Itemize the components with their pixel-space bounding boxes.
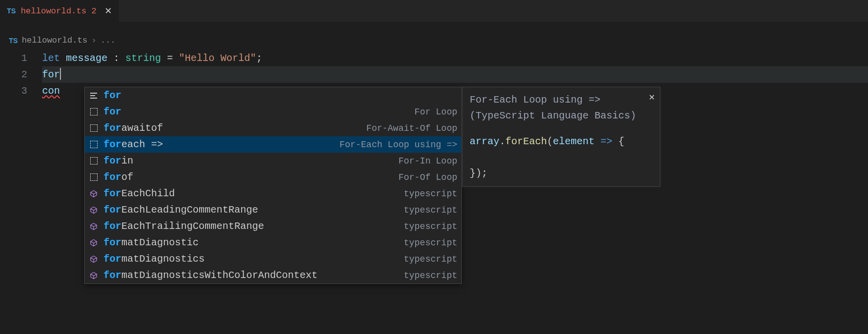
- suggestion-label: forin: [104, 155, 393, 167]
- function-icon: [89, 271, 99, 280]
- breadcrumb-filename: helloworld.ts: [22, 36, 88, 45]
- suggestion-description: For-Of Loop: [398, 172, 457, 182]
- typescript-icon: TS: [9, 37, 18, 45]
- suggestion-item[interactable]: forEachLeadingCommentRangetypescript: [85, 202, 461, 218]
- suggestion-label: for: [104, 106, 410, 117]
- suggestion-detail-code: array.forEach(element => { });: [470, 134, 653, 181]
- function-icon: [89, 189, 99, 199]
- suggestion-description: For Loop: [415, 107, 457, 117]
- suggestion-item[interactable]: for: [85, 87, 461, 104]
- suggestion-label: formatDiagnostic: [104, 237, 399, 248]
- suggestion-item[interactable]: formatDiagnosticsWithColorAndContexttype…: [85, 267, 461, 283]
- chevron-right-icon: ›: [92, 36, 97, 45]
- function-icon: [89, 205, 99, 215]
- line-number-gutter: 1 2 3: [0, 50, 42, 99]
- intellisense-popup[interactable]: forforFor LoopforawaitofFor-Await-Of Loo…: [84, 87, 462, 284]
- suggestion-item[interactable]: forFor Loop: [85, 104, 461, 120]
- line-number: 1: [0, 50, 27, 66]
- suggestion-item[interactable]: forawaitofFor-Await-Of Loop: [85, 120, 461, 136]
- text-cursor: [60, 68, 61, 80]
- line-number: 2: [0, 66, 27, 83]
- line-number: 3: [0, 83, 27, 99]
- close-icon[interactable]: ✕: [105, 5, 112, 16]
- suggestion-item[interactable]: forinFor-In Loop: [85, 153, 461, 169]
- suggestion-label: formatDiagnosticsWithColorAndContext: [104, 270, 399, 281]
- suggestion-label: for: [104, 90, 457, 101]
- suggestion-detail-popup: ✕ For-Each Loop using => (TypeScript Lan…: [462, 87, 660, 187]
- tab-problems-badge: 2: [92, 6, 97, 16]
- suggestion-label: forEachChild: [104, 188, 399, 199]
- keyword-icon: [89, 91, 99, 101]
- svg-rect-2: [90, 98, 97, 99]
- suggestion-item[interactable]: foreach =>For-Each Loop using =>: [85, 136, 461, 153]
- breadcrumb-more: ...: [101, 36, 116, 45]
- tab-bar: TS helloworld.ts 2 ✕: [0, 0, 868, 22]
- breadcrumb[interactable]: TS helloworld.ts › ...: [0, 32, 868, 49]
- suggestion-label: foreach =>: [104, 139, 334, 150]
- typescript-icon: TS: [7, 7, 16, 15]
- editor-tab[interactable]: TS helloworld.ts 2 ✕: [0, 0, 119, 22]
- close-icon[interactable]: ✕: [649, 91, 655, 104]
- suggestion-detail-title: For-Each Loop using => (TypeScript Langu…: [470, 92, 653, 124]
- function-icon: [89, 222, 99, 231]
- suggestion-item[interactable]: forEachChildtypescript: [85, 185, 461, 202]
- suggestion-description: typescript: [404, 189, 457, 199]
- snippet-icon: [89, 156, 99, 166]
- suggestion-description: typescript: [404, 254, 457, 264]
- suggestion-item[interactable]: formatDiagnosticstypescript: [85, 251, 461, 267]
- snippet-icon: [89, 123, 99, 133]
- suggestion-description: For-Await-Of Loop: [366, 123, 457, 133]
- suggestion-description: typescript: [404, 271, 457, 280]
- code-line: for: [42, 66, 868, 83]
- suggestion-description: typescript: [404, 238, 457, 248]
- snippet-icon: [89, 172, 99, 182]
- snippet-icon: [89, 140, 99, 150]
- suggestion-description: typescript: [404, 222, 457, 231]
- function-icon: [89, 238, 99, 248]
- suggestion-item[interactable]: forEachTrailingCommentRangetypescript: [85, 218, 461, 234]
- svg-rect-0: [90, 93, 97, 94]
- suggestion-label: forof: [104, 171, 393, 183]
- suggestion-description: For-Each Loop using =>: [339, 140, 457, 150]
- code-line: let message : string = "Hello World";: [42, 50, 868, 66]
- suggestion-label: forEachTrailingCommentRange: [104, 221, 399, 232]
- suggestion-label: formatDiagnostics: [104, 253, 399, 265]
- suggestion-label: forEachLeadingCommentRange: [104, 204, 399, 216]
- function-icon: [89, 254, 99, 264]
- suggestion-item[interactable]: forofFor-Of Loop: [85, 169, 461, 185]
- suggestion-item[interactable]: formatDiagnostictypescript: [85, 234, 461, 251]
- svg-rect-1: [90, 95, 95, 96]
- snippet-icon: [89, 107, 99, 117]
- suggestion-description: For-In Loop: [398, 156, 457, 166]
- tab-filename: helloworld.ts: [21, 6, 87, 16]
- suggestion-description: typescript: [404, 205, 457, 215]
- suggestion-label: forawaitof: [104, 122, 361, 134]
